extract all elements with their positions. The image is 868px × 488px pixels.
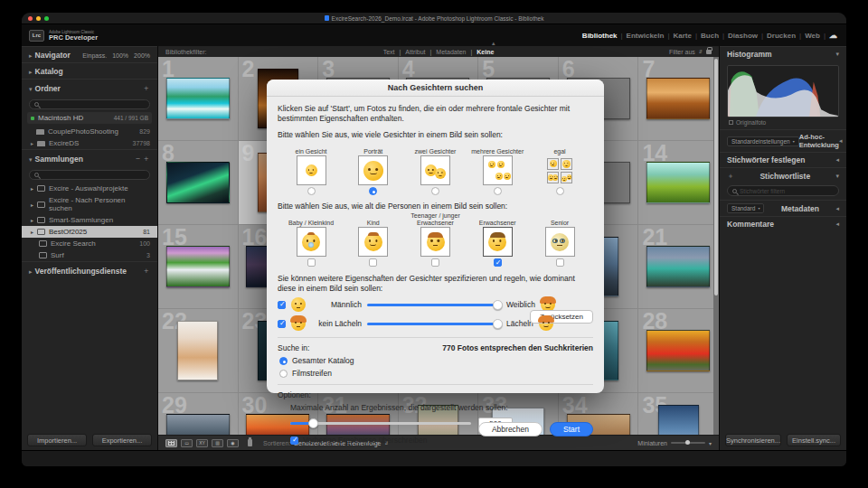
collection-item[interactable]: Surf 3 (22, 249, 157, 261)
age-option-senior[interactable]: Senior (532, 212, 588, 267)
zoom-200[interactable]: 200% (134, 52, 150, 59)
gender-slider-knob[interactable] (493, 300, 503, 310)
max-results-slider[interactable] (290, 422, 471, 425)
module-karte[interactable]: Karte (673, 32, 691, 40)
overwrite-option[interactable]: Vorherige Ergebnisse überschreiben (290, 436, 593, 445)
photo-thumbnail[interactable] (646, 246, 710, 287)
smile-checkbox[interactable] (278, 320, 286, 328)
add-publish-icon[interactable]: ＋ (143, 266, 151, 277)
metadata-header[interactable]: Standard▾ Metadaten◂ (720, 200, 846, 216)
collection-item[interactable]: ▸ Excire - Auswahlprojekte (22, 183, 157, 194)
age-checkbox-kind[interactable] (369, 258, 377, 267)
keyword-list-header[interactable]: ＋ Stichwortliste▾ (720, 167, 846, 183)
collection-item[interactable]: ▸ Excire - Nach Personen suchen (22, 194, 157, 214)
module-web[interactable]: Web (805, 32, 820, 40)
ordner-header[interactable]: ▾Ordner ＋ (22, 79, 157, 97)
photo-thumbnail[interactable] (646, 78, 710, 119)
count-radio-multiple[interactable] (494, 187, 502, 195)
collection-search-input[interactable] (29, 170, 150, 180)
smile-slider-knob[interactable] (493, 319, 503, 329)
grid-cell-21[interactable]: 21 (638, 225, 719, 309)
toolbar-options-icon[interactable]: ▾ (709, 440, 712, 446)
collection-item[interactable]: Excire Search 100 (22, 238, 157, 249)
scope-radio-filmstrip[interactable] (279, 370, 288, 378)
loupe-view-icon[interactable]: ▭ (181, 439, 193, 447)
keywording-header[interactable]: Stichwörter festlegen◂ (720, 152, 846, 167)
count-option-multiple[interactable]: mehrere Gesichter (469, 141, 525, 195)
grid-cell-14[interactable]: 14 (638, 141, 719, 225)
filmstrip[interactable] (22, 450, 846, 466)
photo-thumbnail[interactable] (658, 405, 699, 435)
zoom-fit[interactable]: Einpass. (82, 52, 107, 59)
volume-row[interactable]: Macintosh HD 441 / 991 GB (27, 112, 152, 124)
folder-item[interactable]: ▸ ExcireDS 37798 (22, 137, 157, 149)
cancel-button[interactable]: Abbrechen (478, 422, 542, 436)
gender-checkbox[interactable] (278, 301, 286, 309)
grid-view-icon[interactable] (165, 439, 177, 447)
people-view-icon[interactable]: ◉ (227, 439, 239, 447)
grid-cell-15[interactable]: 15 (158, 225, 239, 309)
start-button[interactable]: Start (550, 422, 593, 436)
age-checkbox-baby[interactable] (307, 258, 316, 267)
painter-icon[interactable] (248, 439, 252, 446)
photo-thumbnail[interactable] (166, 162, 230, 203)
age-checkbox-adult[interactable] (494, 258, 502, 267)
grid-cell-29[interactable]: 29 (158, 393, 239, 435)
scope-filmstrip[interactable]: Filmstreifen (279, 369, 593, 378)
slider-knob[interactable] (685, 440, 690, 445)
photo-thumbnail[interactable] (177, 321, 218, 380)
sync-button[interactable]: Synchronisieren... (725, 434, 781, 446)
adhoc-preset-dropdown[interactable]: Standardeinstellungen▾ (727, 136, 799, 146)
grid-cell-35[interactable]: 35 (638, 393, 719, 435)
filter-attribut[interactable]: Attribut (405, 49, 425, 55)
cloud-sync-icon[interactable]: ☁ (829, 31, 837, 40)
overwrite-checkbox[interactable] (290, 436, 298, 445)
compare-view-icon[interactable]: XY (196, 439, 208, 447)
comments-header[interactable]: Kommentare◂ (720, 216, 846, 231)
collapse-top-panel-arrow[interactable]: ▴ (492, 40, 495, 47)
metadata-preset-dropdown[interactable]: Standard▾ (727, 203, 764, 213)
count-radio-two[interactable] (431, 187, 439, 195)
grid-cell-28[interactable]: 28 (638, 309, 719, 393)
add-folder-icon[interactable]: ＋ (143, 83, 151, 94)
module-buch[interactable]: Buch (701, 32, 719, 40)
smile-slider[interactable] (367, 323, 501, 325)
navigator-header[interactable]: ▸Navigator Einpass. 100% 200% (22, 46, 157, 62)
sammlungen-header[interactable]: ▾Sammlungen − ＋ (22, 149, 157, 167)
module-entwickeln[interactable]: Entwickeln (627, 32, 665, 40)
survey-view-icon[interactable]: ▥ (212, 439, 223, 447)
adhoc-header[interactable]: Standardeinstellungen▾ Ad-hoc-Entwicklun… (720, 129, 846, 152)
age-checkbox-teen[interactable] (431, 258, 439, 267)
count-radio-any[interactable] (556, 187, 564, 195)
katalog-header[interactable]: ▸Katalog (22, 62, 157, 79)
scope-radio-catalog[interactable] (279, 357, 288, 365)
collection-item-selected[interactable]: ▸ BestOf2025 81 (22, 226, 157, 238)
scrollbar-thumb[interactable] (714, 59, 718, 296)
max-results-knob[interactable] (308, 418, 318, 428)
photo-thumbnail[interactable] (166, 246, 230, 287)
filter-text[interactable]: Text (383, 49, 395, 55)
age-option-baby[interactable]: Baby / Kleinkind (283, 212, 339, 267)
collection-item[interactable]: ▸ Smart-Sammlungen (22, 214, 157, 226)
age-option-kind[interactable]: Kind (345, 212, 401, 267)
photo-thumbnail[interactable] (166, 414, 230, 435)
age-option-adult[interactable]: Erwachsener (469, 212, 525, 267)
count-option-two[interactable]: zwei Gesichter (408, 141, 464, 195)
photo-thumbnail[interactable] (166, 78, 230, 119)
module-bibliothek[interactable]: Bibliothek (582, 32, 618, 40)
folder-search-input[interactable] (29, 99, 150, 109)
histogram[interactable] (727, 65, 839, 117)
count-option-any[interactable]: egal (532, 141, 588, 195)
lock-icon[interactable] (706, 50, 712, 54)
count-radio-portrait[interactable] (369, 187, 377, 195)
export-button[interactable]: Exportieren... (92, 434, 152, 446)
module-drucken[interactable]: Drucken (767, 32, 796, 40)
filter-metadaten[interactable]: Metadaten (436, 49, 466, 55)
grid-cell-22[interactable]: 22 (158, 309, 239, 393)
photo-thumbnail[interactable] (646, 330, 710, 371)
module-diashow[interactable]: Diashow (728, 32, 758, 40)
count-radio-one[interactable] (307, 187, 316, 195)
import-button[interactable]: Importieren... (27, 434, 87, 446)
publish-services-header[interactable]: ▸Veröffentlichungsdienste ＋ (22, 261, 157, 279)
zoom-100[interactable]: 100% (112, 52, 128, 59)
